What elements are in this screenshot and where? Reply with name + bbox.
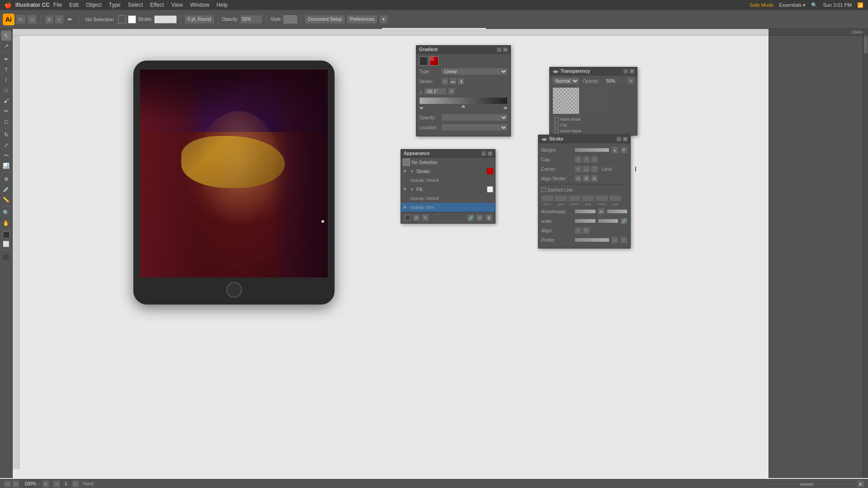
align2-btn-2[interactable]: ⊢ xyxy=(583,227,590,234)
appearance-layer-eye[interactable]: 👁 xyxy=(403,205,408,210)
page-input[interactable] xyxy=(61,481,71,487)
pen-tool[interactable]: ✒ xyxy=(1,54,11,64)
align-inside-btn[interactable]: ⊞ xyxy=(583,175,590,182)
scale-end-input[interactable] xyxy=(598,219,619,223)
appearance-stroke-row[interactable]: 👁 ▼ Stroke: xyxy=(401,167,495,176)
stroke-color-btn[interactable]: ⬜ xyxy=(1,239,11,249)
scale-link-btn[interactable]: 🔗 xyxy=(620,217,627,225)
stroke-limit-input[interactable] xyxy=(635,167,636,171)
bridge-icon[interactable]: Br xyxy=(16,14,26,24)
dash-3-input[interactable] xyxy=(595,195,608,202)
cap-butt-btn[interactable]: | xyxy=(575,156,582,163)
menu-window[interactable]: Window xyxy=(190,2,209,8)
stroke-icon-1[interactable]: ▭ xyxy=(441,78,448,85)
measure-tool[interactable]: 📏 xyxy=(1,195,11,205)
artboard-next-btn[interactable]: ▷ xyxy=(12,480,19,488)
menu-view[interactable]: View xyxy=(171,2,183,8)
dash-2-input[interactable] xyxy=(568,195,581,202)
menu-effect[interactable]: Effect xyxy=(150,2,164,8)
profile-select[interactable] xyxy=(575,238,609,242)
gradient-midpoint[interactable] xyxy=(461,105,466,108)
corner-bevel-btn[interactable]: ⌒ xyxy=(591,165,598,173)
make-mask-checkbox[interactable] xyxy=(554,117,559,122)
gap-2-input[interactable] xyxy=(582,195,594,202)
appearance-fill-triangle[interactable]: ▼ xyxy=(410,188,415,192)
eraser-tool[interactable]: ◻ xyxy=(1,117,11,127)
stroke-weight-up[interactable]: ▲ xyxy=(611,146,618,154)
fill-color-swatch[interactable] xyxy=(3,231,10,239)
gap-3-input[interactable] xyxy=(609,195,622,202)
canvas-area[interactable] xyxy=(13,29,769,478)
invert-mask-checkbox[interactable] xyxy=(554,129,559,133)
stroke-swatch[interactable] xyxy=(128,15,136,23)
blend-tool[interactable]: ⊕ xyxy=(1,174,11,184)
right-scrollbar[interactable] xyxy=(863,29,868,478)
cap-square-btn[interactable]: □ xyxy=(591,156,598,163)
profile-flip-h-btn[interactable]: ↔ xyxy=(611,236,618,244)
gradient-type-select[interactable]: Linear xyxy=(441,68,508,75)
appearance-collapse-btn[interactable]: – xyxy=(481,151,486,156)
stroke-weight-down[interactable]: ▼ xyxy=(620,146,627,154)
transparency-blend-mode[interactable]: Normal xyxy=(552,77,579,84)
gradient-black-swatch[interactable] xyxy=(419,56,428,66)
arrow-start-select[interactable] xyxy=(575,209,596,214)
style-swatch[interactable] xyxy=(283,15,297,23)
appearance-close-btn[interactable]: ✕ xyxy=(488,151,492,156)
align-outside-btn[interactable]: ⊠ xyxy=(591,175,598,182)
view-grid-icon[interactable]: ⊞ xyxy=(45,15,54,24)
appearance-stroke-swatch[interactable] xyxy=(487,168,493,174)
gradient-stop-right[interactable] xyxy=(503,107,508,110)
stroke-close-btn[interactable]: ✕ xyxy=(623,137,627,141)
line-tool[interactable]: / xyxy=(1,75,11,85)
search-icon[interactable]: 🔍 xyxy=(811,2,817,8)
menu-edit[interactable]: Edit xyxy=(69,2,79,8)
fill-swatch[interactable] xyxy=(118,15,126,23)
transparency-options-btn[interactable]: ▾ xyxy=(627,77,634,84)
gradient-bar[interactable] xyxy=(419,97,508,104)
rotate-tool[interactable]: ↻ xyxy=(1,130,11,140)
menu-select[interactable]: Select xyxy=(128,2,143,8)
stock-icon[interactable]: St xyxy=(27,14,37,24)
document-setup-btn[interactable]: Document Setup xyxy=(305,15,345,24)
appearance-fill-row[interactable]: 👁 ▼ Fill: xyxy=(401,185,495,194)
rect-tool[interactable]: □ xyxy=(1,85,11,95)
align2-btn-1[interactable]: ⌐ xyxy=(575,227,582,234)
clip-checkbox[interactable] xyxy=(554,123,559,127)
pencil-tool[interactable]: ✏ xyxy=(1,106,11,116)
page-prev-btn[interactable]: ◁ xyxy=(53,480,60,488)
profile-flip-v-btn[interactable]: ↕ xyxy=(620,236,627,244)
menu-object[interactable]: Object xyxy=(86,2,102,8)
artboard-prev-btn[interactable]: ◁ xyxy=(4,480,11,488)
view-list-icon[interactable]: ≡ xyxy=(55,15,64,24)
direct-select-tool[interactable]: ↗ xyxy=(1,41,11,51)
appearance-stroke-eye[interactable]: 👁 xyxy=(403,169,408,174)
preferences-btn[interactable]: Preferences xyxy=(347,15,377,24)
gradient-collapse-btn[interactable]: – xyxy=(497,47,501,52)
appearance-new-layer-btn[interactable]: ⬛ xyxy=(404,214,411,221)
transparency-expand-icon[interactable]: ◀▶ xyxy=(552,69,559,74)
pen-tool-icon[interactable]: ✒ xyxy=(65,14,75,24)
zoom-tool[interactable]: 🔍 xyxy=(1,208,11,218)
gradient-angle-dropdown[interactable]: ▾ xyxy=(448,88,455,95)
arrow-swap-btn[interactable]: ⇄ xyxy=(598,208,605,215)
dashed-line-checkbox[interactable] xyxy=(541,188,546,192)
arrow-end-select[interactable] xyxy=(607,209,628,214)
stroke-icon-2[interactable]: ▬ xyxy=(449,78,457,85)
gradient-stop-left[interactable] xyxy=(419,107,424,110)
scroll-right-btn[interactable]: ▶ xyxy=(857,480,864,488)
paintbrush-tool[interactable]: 🖌 xyxy=(1,96,11,106)
transparency-close-btn[interactable]: ✕ xyxy=(630,69,634,74)
stroke-expand-icon[interactable]: ◀▶ xyxy=(541,137,547,141)
align-center-btn[interactable]: ⊟ xyxy=(575,175,582,182)
screen-mode-btn[interactable]: ⬛ xyxy=(1,252,11,262)
menu-type[interactable]: Type xyxy=(109,2,121,8)
menu-help[interactable]: Help xyxy=(217,2,228,8)
gradient-location-select[interactable] xyxy=(441,124,508,131)
scroll-thumb[interactable] xyxy=(800,483,813,486)
appearance-fill-swatch[interactable] xyxy=(487,186,493,192)
stroke-collapse-btn[interactable]: – xyxy=(617,137,621,141)
scroll-horizontal[interactable] xyxy=(763,482,854,486)
appearance-fx-btn[interactable]: fx xyxy=(422,214,429,221)
page-next-btn[interactable]: ▷ xyxy=(72,480,79,488)
appearance-link-btn[interactable]: 🔗 xyxy=(467,214,474,221)
